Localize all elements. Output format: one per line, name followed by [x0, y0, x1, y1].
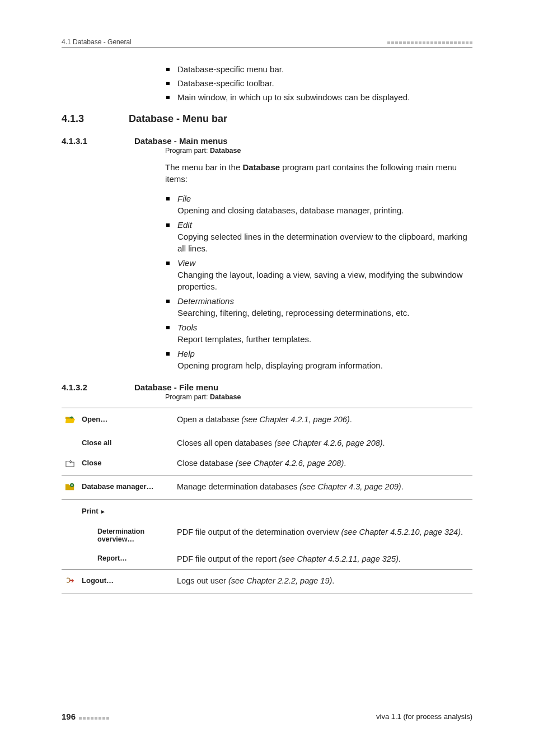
program-part-value: Database — [210, 393, 241, 401]
menu-name: View — [177, 258, 195, 268]
heading-title: Database - Main menus — [134, 136, 228, 146]
close-folder-icon — [65, 460, 74, 469]
menu-desc: Open a database (see Chapter 4.2.1, page… — [174, 408, 472, 433]
running-header: 4.1 Database - General — [62, 38, 132, 46]
heading-4-1-3: 4.1.3 Database - Menu bar — [62, 113, 472, 125]
menu-label: Open… — [78, 408, 174, 433]
open-folder-icon — [65, 415, 75, 426]
menu-desc: Changing the layout, loading a view, sav… — [177, 269, 472, 292]
program-part-prefix: Program part: — [165, 147, 210, 155]
menu-label: Close — [78, 453, 174, 475]
database-manager-icon — [65, 484, 75, 493]
menu-sublabel: Determination overview… — [78, 522, 174, 549]
program-part-prefix: Program part: — [165, 393, 210, 401]
menu-label: Database manager… — [78, 475, 174, 500]
menu-desc: PDF file output of the report (see Chapt… — [174, 549, 472, 570]
submenu-arrow-icon: ▸ — [101, 508, 105, 515]
page-number: 196 — [62, 712, 76, 721]
table-row: Report… PDF file output of the report (s… — [62, 549, 472, 570]
section-intro: The menu bar in the Database program par… — [165, 161, 472, 185]
heading-4-1-3-2: 4.1.3.2 Database - File menu — [62, 382, 472, 392]
file-menu-table: Open… Open a database (see Chapter 4.2.1… — [62, 408, 472, 594]
menu-desc: Opening program help, displaying program… — [177, 360, 472, 371]
bullet-item: Database-specific toolbar. — [165, 77, 472, 89]
header-ornament — [386, 38, 472, 46]
heading-number: 4.1.3 — [62, 113, 129, 125]
menu-name: File — [177, 194, 191, 203]
menu-label: Print ▸ — [78, 500, 174, 522]
menu-desc: Logs out user (see Chapter 2.2.2, page 1… — [174, 570, 472, 594]
menu-label: Close all — [78, 433, 174, 453]
bullet-item: Database-specific menu bar. — [165, 63, 472, 75]
menu-desc: Closes all open databases (see Chapter 4… — [174, 433, 472, 453]
menu-desc: Copying selected lines in the determinat… — [177, 231, 472, 254]
table-row: Open… Open a database (see Chapter 4.2.1… — [62, 408, 472, 433]
heading-4-1-3-1: 4.1.3.1 Database - Main menus — [62, 136, 472, 146]
menu-sublabel: Report… — [78, 549, 174, 570]
table-row: Logout… Logs out user (see Chapter 2.2.2… — [62, 570, 472, 594]
table-row: Database manager… Manage determination d… — [62, 475, 472, 500]
program-part-line: Program part: Database — [165, 147, 472, 155]
bullet-item: Main window, in which up to six subwindo… — [165, 91, 472, 103]
menu-desc: Manage determination databases (see Chap… — [174, 475, 472, 500]
program-part-value: Database — [210, 147, 241, 155]
menu-name: Help — [177, 349, 195, 358]
menu-name: Tools — [177, 323, 197, 332]
heading-number: 4.1.3.2 — [62, 382, 134, 392]
menu-desc: Close database (see Chapter 4.2.6, page … — [174, 453, 472, 475]
table-row: Determination overview… PDF file output … — [62, 522, 472, 549]
table-row: Close Close database (see Chapter 4.2.6,… — [62, 453, 472, 475]
menu-item: HelpOpening program help, displaying pro… — [165, 348, 472, 371]
menu-label: Logout… — [78, 570, 174, 594]
menu-desc: PDF file output of the determination ove… — [174, 522, 472, 549]
intro-text: The menu bar in the — [165, 162, 242, 172]
heading-number: 4.1.3.1 — [62, 136, 134, 146]
footer-ornament — [78, 713, 109, 721]
table-row: Print ▸ — [62, 500, 472, 522]
menu-name: Determinations — [177, 296, 234, 306]
menu-item-list: FileOpening and closing databases, datab… — [165, 193, 472, 371]
menu-item: FileOpening and closing databases, datab… — [165, 193, 472, 216]
menu-item: ToolsReport templates, further templates… — [165, 321, 472, 345]
intro-bullets: Database-specific menu bar. Database-spe… — [165, 63, 472, 103]
header-rule — [62, 47, 472, 48]
svg-point-1 — [71, 484, 73, 486]
menu-desc: Searching, filtering, deleting, reproces… — [177, 307, 472, 319]
menu-item: ViewChanging the layout, loading a view,… — [165, 257, 472, 292]
menu-item: DeterminationsSearching, filtering, dele… — [165, 295, 472, 319]
menu-desc: Report templates, further templates. — [177, 333, 472, 345]
heading-title: Database - Menu bar — [129, 113, 227, 125]
menu-desc: Opening and closing databases, database … — [177, 204, 472, 216]
menu-name: Edit — [177, 220, 192, 230]
program-part-line: Program part: Database — [165, 393, 472, 401]
footer-product: viva 1.1 (for process analysis) — [376, 712, 472, 721]
intro-bold: Database — [242, 162, 280, 172]
footer-left: 196 — [62, 712, 109, 721]
logout-icon — [65, 578, 75, 587]
menu-item: EditCopying selected lines in the determ… — [165, 219, 472, 254]
table-row: Close all Closes all open databases (see… — [62, 433, 472, 453]
heading-title: Database - File menu — [134, 382, 218, 392]
